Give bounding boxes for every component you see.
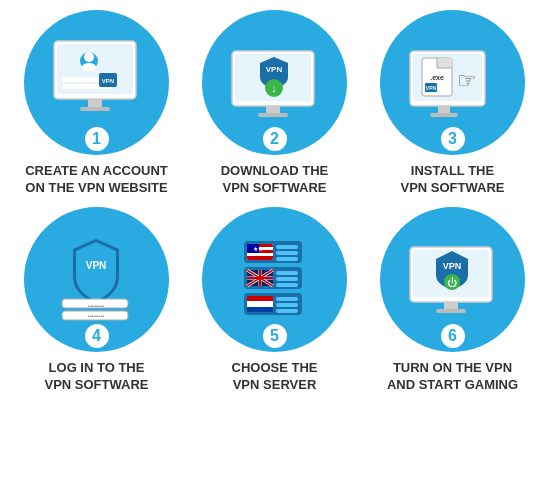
step-3-number: 3 (439, 125, 467, 153)
svg-text:VPN: VPN (426, 85, 437, 91)
svg-rect-26 (430, 113, 458, 117)
svg-rect-58 (247, 307, 273, 312)
svg-rect-67 (444, 302, 458, 309)
steps-grid: VPN 1 CREATE AN ACCOUNT ON THE VPN WEBSI… (10, 10, 539, 394)
svg-text:VPN: VPN (86, 260, 107, 271)
svg-rect-57 (247, 296, 273, 301)
step-4-label: LOG IN TO THEVPN SOFTWARE (44, 360, 148, 394)
svg-rect-40 (276, 251, 298, 255)
svg-text:VPN: VPN (443, 261, 462, 271)
step-6-icon: VPN ⏻ (400, 229, 505, 329)
svg-text:••••••••: •••••••• (88, 313, 105, 319)
step-5-icon: ★★ (222, 229, 327, 329)
step-2-number: 2 (261, 125, 289, 153)
svg-rect-61 (276, 309, 298, 313)
step-1-label: CREATE AN ACCOUNT ON THE VPN WEBSITE (17, 163, 177, 197)
svg-rect-36 (247, 253, 273, 256)
step-1-icon: VPN (44, 33, 149, 133)
step-5-number: 5 (261, 322, 289, 350)
svg-rect-25 (438, 106, 450, 113)
svg-text:VPN: VPN (102, 78, 114, 84)
step-6-label: TURN ON THE VPNAND START GAMING (387, 360, 518, 394)
svg-rect-68 (436, 309, 466, 313)
svg-rect-53 (276, 277, 298, 281)
step-3-icon: .exe VPN ☞ (400, 33, 505, 133)
svg-rect-59 (276, 297, 298, 301)
step-1-number: 1 (83, 125, 111, 153)
svg-text:VPN: VPN (266, 65, 283, 74)
svg-point-3 (84, 52, 94, 62)
svg-text:↓: ↓ (271, 82, 277, 94)
step-4-number: 4 (83, 322, 111, 350)
svg-rect-52 (276, 271, 298, 275)
step-4-circle: VPN •••••••• •••••••• 4 (24, 207, 169, 352)
step-3-circle: .exe VPN ☞ 3 (380, 10, 525, 155)
step-5-circle: ★★ (202, 207, 347, 352)
svg-text:★★: ★★ (253, 246, 263, 252)
svg-rect-10 (80, 107, 110, 111)
svg-rect-17 (258, 113, 288, 117)
step-1-circle: VPN 1 (24, 10, 169, 155)
svg-point-4 (82, 63, 96, 71)
svg-rect-39 (276, 245, 298, 249)
step-3: .exe VPN ☞ 3 INSTALL THEVPN SOFTWARE (366, 10, 539, 197)
step-2-label: DOWNLOAD THEVPN SOFTWARE (221, 163, 329, 197)
step-6: VPN ⏻ 6 TURN ON THE VPNAND START GAMING (366, 207, 539, 394)
step-4: VPN •••••••• •••••••• 4 LOG IN TO THEVPN… (10, 207, 183, 394)
svg-text:.exe: .exe (430, 74, 444, 81)
step-2-circle: VPN ↓ 2 (202, 10, 347, 155)
step-6-number: 6 (439, 322, 467, 350)
step-2-icon: VPN ↓ (222, 33, 327, 133)
svg-text:☞: ☞ (457, 68, 477, 93)
step-3-label: INSTALL THEVPN SOFTWARE (400, 163, 504, 197)
step-6-circle: VPN ⏻ 6 (380, 207, 525, 352)
svg-rect-16 (266, 106, 280, 113)
step-1: VPN 1 CREATE AN ACCOUNT ON THE VPN WEBSI… (10, 10, 183, 197)
svg-rect-54 (276, 283, 298, 287)
svg-rect-41 (276, 257, 298, 261)
svg-text:⏻: ⏻ (447, 277, 457, 288)
step-5-label: CHOOSE THEVPN SERVER (232, 360, 318, 394)
step-4-icon: VPN •••••••• •••••••• (44, 229, 149, 329)
svg-text:••••••••: •••••••• (88, 303, 105, 309)
svg-rect-60 (276, 303, 298, 307)
svg-rect-9 (88, 99, 102, 107)
step-2: VPN ↓ 2 DOWNLOAD THEVPN SOFTWARE (188, 10, 361, 197)
step-5: ★★ (188, 207, 361, 394)
